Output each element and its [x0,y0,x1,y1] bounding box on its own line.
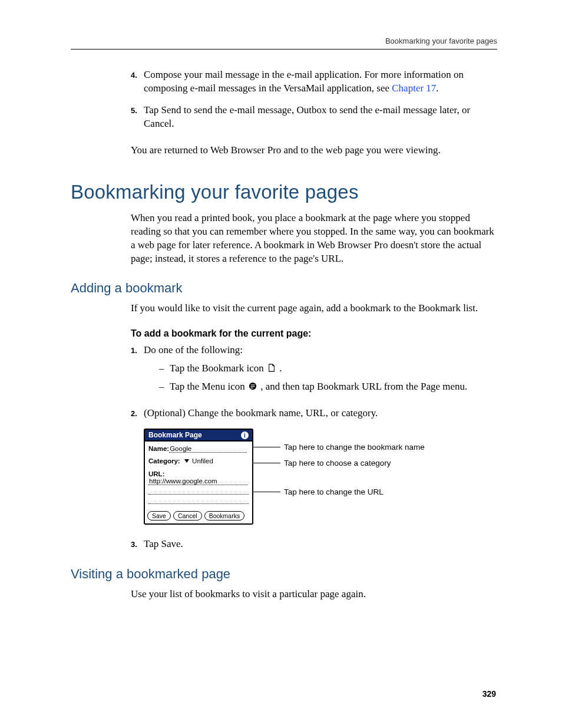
bookmark-dialog-figure: Bookmark Page i Name:Google Category: Un… [144,429,497,525]
subsection-visiting: Visiting a bookmarked page [71,566,497,582]
url-input[interactable]: http://www.google.com [148,477,247,485]
proc-step-1: 1. Do one of the following: – Tap the Bo… [131,344,497,398]
procedure-heading: To add a bookmark for the current page: [131,328,497,339]
url-line-2[interactable] [148,487,249,495]
text: Tap the Bookmark icon [170,363,266,374]
step-number: 4. [131,68,144,95]
url-label: URL: [148,470,249,477]
callout-text: Tap here to choose a category [284,459,391,467]
section-intro: When you read a printed book, you place … [131,212,497,266]
subsection-adding: Adding a bookmark [71,281,497,296]
text: . [436,83,438,94]
step-text: Compose your mail message in the e-mail … [144,68,497,95]
category-value[interactable]: Unfiled [192,457,213,465]
step-number: 1. [131,344,144,398]
page-number: 329 [482,689,496,699]
header-rule [71,49,497,50]
name-label: Name: [148,445,169,452]
bookmark-icon [267,364,276,372]
sub-step-menu-icon: – Tap the Menu icon , and then tap Bookm… [159,380,467,394]
bullet-dash: – [159,380,170,394]
callout-name: Tap here to change the bookmark name [253,443,425,452]
callout-text: Tap here to change the URL [284,487,384,496]
proc-step-3: 3. Tap Save. [131,538,497,551]
text: . [279,363,282,374]
step-number: 2. [131,407,144,420]
proc-step-2: 2. (Optional) Change the bookmark name, … [131,407,497,420]
callout-url: Tap here to change the URL [253,487,384,496]
dialog-title: Bookmark Page [148,431,202,439]
menu-icon [249,382,257,390]
cancel-button[interactable]: Cancel [173,511,202,521]
save-button[interactable]: Save [147,511,171,521]
section-heading: Bookmarking your favorite pages [71,181,497,203]
bookmark-page-dialog: Bookmark Page i Name:Google Category: Un… [144,429,253,525]
subsection-intro: If you would like to visit the current p… [131,302,497,315]
step-text: Tap Send to send the e-mail message, Out… [144,104,497,131]
text: Tap the Menu icon [170,381,247,392]
step-text: (Optional) Change the bookmark name, URL… [144,407,378,420]
dialog-buttons: Save Cancel Bookmarks [145,509,252,523]
dropdown-arrow-icon[interactable] [184,459,189,463]
step-text: Tap Save. [144,538,183,551]
bookmarks-button[interactable]: Bookmarks [204,511,245,521]
step-5: 5. Tap Send to send the e-mail message, … [131,104,497,131]
sub-step-bookmark-icon: – Tap the Bookmark icon . [159,362,467,375]
step-4: 4. Compose your mail message in the e-ma… [131,68,497,95]
category-row: Category: Unfiled [148,457,249,465]
step-number: 3. [131,538,144,551]
svg-rect-3 [250,388,253,388]
svg-rect-2 [250,386,254,387]
dialog-titlebar: Bookmark Page i [145,430,252,442]
running-header: Bookmarking your favorite pages [71,37,497,45]
chapter-17-link[interactable]: Chapter 17 [392,83,436,94]
name-field-row: Name:Google [148,445,249,453]
info-icon[interactable]: i [241,431,249,439]
callout-text: Tap here to change the bookmark name [284,443,425,452]
svg-rect-1 [250,385,254,386]
bullet-dash: – [159,362,170,375]
step-text: Do one of the following: [144,344,467,357]
visiting-intro: Use your list of bookmarks to visit a pa… [131,588,497,601]
category-label: Category: [148,457,180,465]
return-paragraph: You are returned to Web Browser Pro and … [131,144,497,157]
url-line-3[interactable] [148,497,249,504]
text: , and then tap Bookmark URL from the Pag… [260,381,467,392]
callout-category: Tap here to choose a category [253,459,391,467]
step-number: 5. [131,104,144,131]
name-input[interactable]: Google [169,445,247,453]
